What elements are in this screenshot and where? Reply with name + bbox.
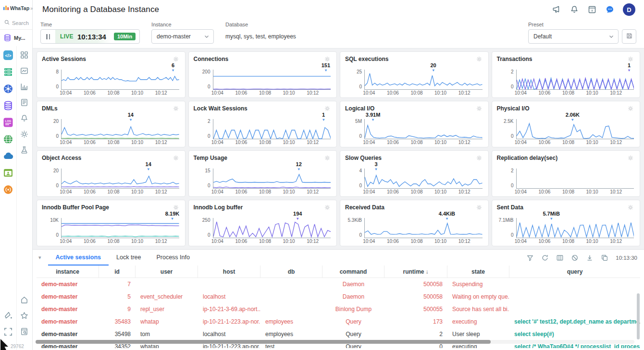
column-header-host[interactable]: host	[198, 266, 260, 278]
server-icon[interactable]	[3, 67, 13, 77]
gear-icon[interactable]	[173, 105, 179, 112]
gear-icon[interactable]	[324, 155, 331, 161]
sidebar-search[interactable]: Search	[0, 16, 32, 30]
column-header-state[interactable]: state	[447, 266, 509, 278]
x-tick-label: 10:08	[259, 239, 271, 244]
gear-icon[interactable]	[173, 155, 179, 161]
log-icon[interactable]: LOG	[3, 117, 13, 128]
column-header-instance[interactable]: instance	[37, 266, 99, 278]
x-tick-label: 10:08	[107, 239, 119, 244]
database-icon[interactable]	[3, 100, 13, 111]
chart-title: Connections	[194, 56, 229, 62]
table-row[interactable]: demo-master9repl_userip-10-21-3-69.ap-no…	[37, 303, 640, 315]
x-tick-label: 10:06	[84, 90, 96, 96]
chart-title: DMLs	[42, 105, 58, 112]
gear-icon[interactable]	[476, 105, 483, 112]
fullscreen-icon[interactable]	[3, 326, 13, 337]
table-row[interactable]: demo-master35483whatapip-10-21-1-223.ap-…	[37, 315, 640, 328]
download-icon[interactable]	[586, 254, 594, 262]
peak-value-label: 12	[296, 162, 302, 167]
table-row[interactable]: demo-master35498tomlocalhostemployeesQue…	[37, 328, 640, 340]
cell-instance: demo-master	[37, 331, 99, 338]
sessions-table: instanceiduserhostdbcommandruntime↓state…	[37, 266, 640, 348]
gear-icon[interactable]	[476, 56, 483, 62]
column-header-user[interactable]: user	[136, 266, 198, 278]
exclude-icon[interactable]	[571, 254, 579, 262]
home-icon[interactable]	[20, 295, 29, 304]
cloud-icon[interactable]	[3, 151, 13, 161]
kubernetes-icon[interactable]	[3, 84, 13, 94]
cell-instance: demo-master	[37, 293, 99, 300]
dashboard-icon[interactable]	[20, 50, 29, 60]
analytics-icon[interactable]	[20, 82, 29, 91]
peak-value-label: 14	[146, 162, 151, 167]
agent-icon[interactable]	[3, 184, 13, 195]
x-tick-label: 10:12	[307, 90, 319, 96]
megaphone-icon[interactable]	[552, 5, 561, 14]
refresh-icon[interactable]	[541, 254, 549, 262]
column-header-id[interactable]: id	[99, 266, 136, 278]
gear-icon[interactable]	[627, 155, 634, 161]
gear-icon[interactable]	[324, 105, 331, 112]
sparkline-chart	[516, 218, 634, 238]
gear-icon[interactable]	[476, 155, 483, 161]
column-header-db[interactable]: db	[260, 266, 322, 278]
app-logo[interactable]: WhaTap »	[0, 0, 32, 16]
save-preset-button[interactable]	[622, 29, 636, 44]
alert-icon[interactable]	[20, 113, 29, 123]
column-header-runtime[interactable]: runtime↓	[384, 266, 447, 278]
doc-search-icon[interactable]	[20, 326, 29, 336]
copy-icon[interactable]	[601, 254, 608, 262]
gear-icon[interactable]	[324, 56, 331, 62]
tab-lock-tree[interactable]: Lock tree	[109, 250, 149, 266]
user-avatar[interactable]: D	[623, 3, 635, 16]
sidebar-item-my-project[interactable]: My...	[0, 30, 32, 46]
sparkline-chart	[516, 119, 634, 139]
favorites-icon[interactable]	[20, 311, 29, 320]
x-tick-label: 10:06	[84, 239, 96, 244]
build-number: 29762	[11, 344, 24, 349]
apm-icon[interactable]: </>	[3, 50, 13, 60]
column-header-command[interactable]: command	[322, 266, 384, 278]
report-icon[interactable]	[20, 97, 29, 107]
y-max-label: 7.1MiB	[498, 217, 513, 223]
sidebar-expand-icon[interactable]: »	[30, 6, 33, 11]
column-header-query[interactable]: query	[509, 266, 640, 278]
svg-text:</>: </>	[5, 53, 11, 58]
pause-button[interactable]	[41, 30, 55, 43]
bell-icon[interactable]	[570, 5, 579, 14]
cell-command: Daemon	[322, 293, 384, 300]
widget-icon[interactable]	[20, 66, 29, 75]
gear-icon[interactable]	[627, 105, 634, 112]
gear-icon[interactable]	[627, 204, 634, 211]
cell-db: employees	[260, 331, 322, 338]
gear-icon[interactable]	[324, 204, 331, 211]
url-icon[interactable]	[3, 134, 13, 145]
table-vertical-scrollbar[interactable]	[637, 293, 640, 339]
release-notes-icon[interactable]	[587, 5, 597, 14]
time-range-badge[interactable]: 10Min	[114, 33, 136, 40]
browser-icon[interactable]	[3, 168, 13, 178]
chart-title: Logical I/O	[345, 105, 374, 112]
scrollbar-thumb[interactable]	[36, 340, 491, 344]
gear-icon[interactable]	[476, 204, 483, 211]
lab-icon[interactable]	[20, 145, 29, 155]
tab-process-info[interactable]: Process Info	[149, 250, 197, 266]
filter-icon[interactable]	[526, 254, 534, 262]
chat-icon[interactable]	[605, 5, 615, 14]
columns-icon[interactable]	[556, 254, 564, 262]
collapse-panel-icon[interactable]: ▾	[38, 254, 41, 261]
peak-value-label: 8.19K	[165, 211, 179, 217]
table-row[interactable]: demo-master5event_schedulerlocalhostDaem…	[37, 290, 640, 303]
instance-select[interactable]: demo-master	[151, 29, 214, 44]
gear-icon[interactable]	[173, 56, 179, 62]
preset-select[interactable]: Default	[528, 29, 619, 44]
gear-icon[interactable]	[173, 204, 179, 211]
tab-active-sessions[interactable]: Active sessions	[48, 250, 109, 266]
theme-icon[interactable]	[3, 310, 13, 320]
peak-value-label: 3	[374, 162, 377, 167]
table-row[interactable]: demo-master7Daemon500058Suspending	[37, 278, 640, 290]
gear-icon[interactable]	[627, 56, 634, 62]
settings-icon[interactable]	[20, 129, 29, 139]
x-tick-label: 10:06	[84, 140, 96, 145]
